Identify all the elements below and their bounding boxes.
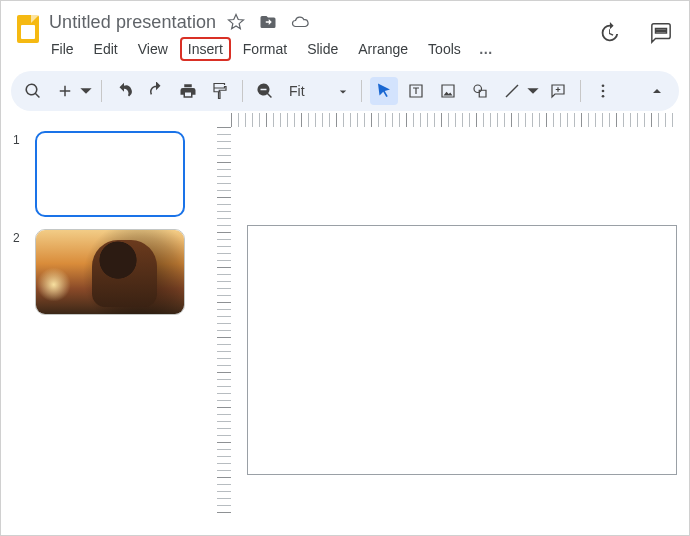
toolbar-separator	[101, 80, 102, 102]
textbox-icon	[407, 82, 425, 100]
star-button[interactable]	[224, 10, 248, 34]
move-button[interactable]	[256, 10, 280, 34]
menu-insert[interactable]: Insert	[180, 37, 231, 61]
header: Untitled presentation File Edit View Ins…	[1, 7, 689, 63]
line-tool-split[interactable]	[498, 77, 540, 105]
add-comment-button[interactable]	[544, 77, 572, 105]
add-comment-icon	[549, 82, 567, 100]
cursor-icon	[375, 82, 393, 100]
menu-bar: File Edit View Insert Format Slide Arran…	[43, 35, 593, 63]
redo-icon	[147, 82, 165, 100]
slide-thumbnail-1[interactable]	[35, 131, 185, 217]
vertical-ruler[interactable]	[217, 127, 231, 519]
select-tool[interactable]	[370, 77, 398, 105]
star-icon	[227, 13, 245, 31]
paint-roller-icon	[211, 82, 229, 100]
menu-more[interactable]: …	[473, 37, 499, 61]
menu-view[interactable]: View	[130, 37, 176, 61]
textbox-tool[interactable]	[402, 77, 430, 105]
print-icon	[179, 82, 197, 100]
header-actions	[593, 11, 683, 49]
image-icon	[439, 82, 457, 100]
slide-number: 2	[13, 229, 35, 245]
slide-number: 1	[13, 131, 35, 147]
image-tool[interactable]	[434, 77, 462, 105]
search-icon	[24, 82, 42, 100]
horizontal-ruler[interactable]	[231, 113, 673, 127]
paint-format-button[interactable]	[206, 77, 234, 105]
chevron-up-icon	[649, 83, 665, 99]
menu-edit[interactable]: Edit	[86, 37, 126, 61]
menu-slide[interactable]: Slide	[299, 37, 346, 61]
chevron-down-icon	[526, 84, 540, 98]
menu-arrange[interactable]: Arrange	[350, 37, 416, 61]
plus-icon	[56, 82, 74, 100]
comments-button[interactable]	[645, 17, 677, 49]
more-tools-button[interactable]	[589, 77, 617, 105]
slide-thumb-row: 1	[13, 131, 203, 217]
more-vertical-icon	[594, 82, 612, 100]
editor-area	[211, 113, 689, 535]
document-title[interactable]: Untitled presentation	[49, 12, 216, 33]
shape-icon	[471, 82, 489, 100]
slide-thumb-row: 2	[13, 229, 203, 315]
new-slide-dropdown[interactable]	[79, 77, 93, 105]
undo-icon	[115, 82, 133, 100]
cloud-done-icon	[291, 13, 309, 31]
new-slide-button[interactable]	[51, 77, 79, 105]
chevron-down-icon	[339, 88, 347, 96]
shape-tool[interactable]	[466, 77, 494, 105]
version-history-button[interactable]	[593, 17, 625, 49]
history-icon	[598, 22, 620, 44]
slide-filmstrip[interactable]: 1 2	[1, 113, 211, 535]
slide-thumbnail-2[interactable]	[35, 229, 185, 315]
toolbar-separator	[361, 80, 362, 102]
slides-logo-icon	[17, 15, 39, 43]
menu-tools[interactable]: Tools	[420, 37, 469, 61]
move-to-folder-icon	[259, 13, 277, 31]
toolbar-separator	[242, 80, 243, 102]
line-tool-dropdown[interactable]	[526, 77, 540, 105]
new-slide-split-button[interactable]	[51, 77, 93, 105]
zoom-out-button[interactable]	[251, 77, 279, 105]
cloud-status-button[interactable]	[288, 10, 312, 34]
toolbar: Fit	[11, 71, 679, 111]
comment-icon	[650, 22, 672, 44]
line-tool[interactable]	[498, 77, 526, 105]
redo-button[interactable]	[142, 77, 170, 105]
slide-canvas[interactable]	[247, 225, 677, 475]
toolbar-separator	[580, 80, 581, 102]
svg-point-3	[601, 95, 604, 98]
print-button[interactable]	[174, 77, 202, 105]
zoom-dropdown[interactable]: Fit	[283, 77, 353, 105]
svg-point-1	[601, 84, 604, 87]
svg-point-0	[474, 85, 482, 93]
search-menus-button[interactable]	[19, 77, 47, 105]
menu-format[interactable]: Format	[235, 37, 295, 61]
title-area: Untitled presentation File Edit View Ins…	[49, 11, 593, 63]
undo-button[interactable]	[110, 77, 138, 105]
svg-point-2	[601, 90, 604, 93]
collapse-toolbar-button[interactable]	[643, 77, 671, 105]
menu-file[interactable]: File	[43, 37, 82, 61]
zoom-label: Fit	[289, 83, 305, 99]
slide-2-image-preview	[36, 230, 184, 314]
line-icon	[503, 82, 521, 100]
zoom-icon	[256, 82, 274, 100]
workspace: 1 2	[1, 113, 689, 535]
google-slides-window: Untitled presentation File Edit View Ins…	[0, 0, 690, 536]
chevron-down-icon	[79, 84, 93, 98]
